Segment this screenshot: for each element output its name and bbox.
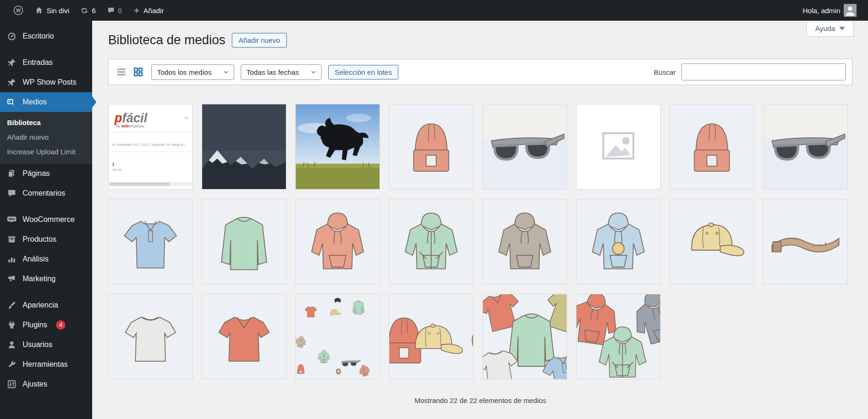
- media-grid: pfácilby webempresaInion: Actualizado Oc…: [108, 104, 852, 379]
- pin-icon: [7, 58, 17, 67]
- sidebar-item-ajustes[interactable]: Ajustes: [0, 374, 92, 394]
- media-item-photo-mountains[interactable]: [202, 104, 286, 190]
- sidebar-item-productos[interactable]: Productos: [0, 229, 92, 249]
- site-name-link[interactable]: Sin divi: [29, 0, 75, 21]
- media-item-orange-beanie[interactable]: [389, 104, 473, 190]
- sidebar-item-paginas[interactable]: Páginas: [0, 164, 92, 183]
- media-item-collage-hoodies[interactable]: [576, 294, 661, 379]
- appearance-icon: [7, 300, 17, 310]
- svg-text:W: W: [16, 8, 21, 13]
- sidebar-item-marketing[interactable]: Marketing: [0, 269, 92, 289]
- media-item-green-long-sleeve-tee[interactable]: [202, 199, 286, 285]
- sidebar-item-medios[interactable]: ♪Medios: [0, 92, 92, 112]
- media-item-gray-hoodie[interactable]: [482, 199, 567, 285]
- media-item-blue-polo-shirt[interactable]: [108, 199, 193, 285]
- media-item-orange-beanie-2[interactable]: [670, 104, 754, 190]
- menu-separator: [0, 46, 92, 53]
- grid-view-icon[interactable]: [132, 65, 145, 79]
- media-item-image-placeholder[interactable]: [576, 104, 661, 190]
- help-dropdown[interactable]: Ayuda: [806, 21, 854, 37]
- media-item-green-zip-hoodie[interactable]: [389, 199, 473, 285]
- new-content-link[interactable]: Añadir: [127, 0, 169, 21]
- submenu-item-biblioteca[interactable]: Biblioteca: [0, 115, 92, 130]
- plugins-icon: [7, 320, 17, 330]
- media-item-gray-sunglasses[interactable]: [482, 104, 567, 190]
- chevron-down-icon: [839, 27, 845, 30]
- updates-count: 6: [92, 7, 95, 15]
- menu-separator: [0, 203, 92, 210]
- media-icon: ♪: [7, 97, 17, 107]
- media-library-page: Biblioteca de medios Añadir nuevo Todos …: [92, 0, 868, 404]
- media-item-photo-black-horse[interactable]: [295, 104, 380, 190]
- updates-link[interactable]: 6: [75, 0, 101, 21]
- marketing-icon: [7, 274, 17, 284]
- svg-text:by webempresa: by webempresa: [116, 124, 144, 128]
- sidebar-item-escritorio[interactable]: Escritorio: [0, 26, 92, 46]
- date-filter-value: Todas las fechas: [246, 68, 299, 76]
- home-icon: [35, 6, 43, 15]
- sidebar-item-label: Escritorio: [23, 32, 54, 40]
- chevron-down-icon: [223, 69, 229, 75]
- sidebar-item-usuarios[interactable]: Usuarios: [0, 335, 92, 355]
- users-icon: [7, 340, 17, 349]
- media-item-orange-hoodie[interactable]: [295, 199, 380, 285]
- comments-count: 0: [118, 7, 122, 15]
- update-count-badge: 4: [56, 320, 65, 330]
- sidebar-item-plugins[interactable]: Plugins4: [0, 315, 92, 335]
- svg-text:on: Actualizado Oct 2, 2023 |: on: Actualizado Oct 2, 2023 | Categorías…: [112, 143, 185, 146]
- sidebar-item-label: Entradas: [23, 58, 53, 67]
- svg-text:Ini: Ini: [185, 116, 189, 119]
- sidebar-item-herramientas[interactable]: Herramientas: [0, 355, 92, 374]
- svg-text:Woo: Woo: [8, 217, 15, 221]
- sidebar-item-label: WP Show Posts: [23, 78, 76, 87]
- date-filter[interactable]: Todas las fechas: [241, 64, 322, 80]
- media-item-yellow-cap[interactable]: [670, 199, 754, 285]
- sidebar-item-label: Herramientas: [23, 360, 68, 369]
- new-content-label: Añadir: [143, 7, 164, 15]
- media-item-tan-belt[interactable]: [763, 199, 848, 285]
- media-item-collage-shirts[interactable]: [482, 294, 567, 379]
- chevron-down-icon: [310, 69, 316, 75]
- sidebar-item-label: WooCommerce: [23, 215, 75, 224]
- media-count-status: Mostrando 22 de 22 elementos de medios: [108, 396, 852, 404]
- media-item-red-vneck-tee[interactable]: [202, 294, 286, 379]
- account-menu[interactable]: Hola, admin: [797, 4, 859, 17]
- comments-link[interactable]: 0: [102, 0, 127, 21]
- site-name: Sin divi: [47, 7, 69, 15]
- sidebar-item-woocommerce[interactable]: WooWooCommerce: [0, 210, 92, 229]
- comments-icon: [7, 189, 17, 198]
- media-item-collage-accessories[interactable]: [389, 294, 473, 379]
- media-item-collage-scattered-items[interactable]: [295, 294, 380, 379]
- sidebar-item-label: Comentarios: [23, 189, 65, 198]
- media-toolbar: Todos los medios Todas las fechas Selecc…: [108, 59, 852, 85]
- pages-icon: [7, 169, 17, 178]
- sidebar-item-analisis[interactable]: Análisis: [0, 249, 92, 269]
- sidebar-item-wp-show-posts[interactable]: WP Show Posts: [0, 72, 92, 92]
- media-item-site-screenshot[interactable]: pfácilby webempresaInion: Actualizado Oc…: [108, 104, 193, 190]
- submenu-item-anadir-nuevo[interactable]: Añadir nuevo: [0, 130, 92, 144]
- comment-bubble-icon: [107, 7, 115, 14]
- admin-sidebar: EscritorioEntradasWP Show Posts♪MediosBi…: [0, 21, 92, 419]
- svg-text:♪: ♪: [12, 102, 15, 107]
- svg-text:1: 1: [112, 161, 115, 166]
- bulk-select-button[interactable]: Selección en lotes: [328, 65, 399, 79]
- media-item-white-tshirt[interactable]: [108, 294, 193, 379]
- woocommerce-icon: Woo: [7, 215, 17, 224]
- media-item-gray-sunglasses-2[interactable]: [763, 104, 848, 190]
- search-input[interactable]: [681, 63, 846, 80]
- add-new-media-button[interactable]: Añadir nuevo: [232, 33, 286, 47]
- media-type-filter-value: Todos los medios: [157, 68, 212, 76]
- analytics-icon: [7, 254, 17, 264]
- wordpress-menu[interactable]: W: [8, 0, 29, 21]
- list-view-icon[interactable]: [115, 65, 128, 79]
- sidebar-item-comentarios[interactable]: Comentarios: [0, 183, 92, 203]
- submenu-item-increase-upload-limit[interactable]: Increase Upload Limit: [0, 144, 92, 159]
- wordpress-logo-icon: W: [13, 5, 24, 16]
- pin-icon: [7, 78, 17, 87]
- tools-icon: [7, 360, 17, 369]
- media-item-blue-hoodie-patch[interactable]: [576, 199, 661, 285]
- svg-text:406 KB: 406 KB: [112, 168, 121, 171]
- media-type-filter[interactable]: Todos los medios: [151, 64, 234, 80]
- sidebar-item-apariencia[interactable]: Apariencia: [0, 295, 92, 315]
- sidebar-item-entradas[interactable]: Entradas: [0, 53, 92, 72]
